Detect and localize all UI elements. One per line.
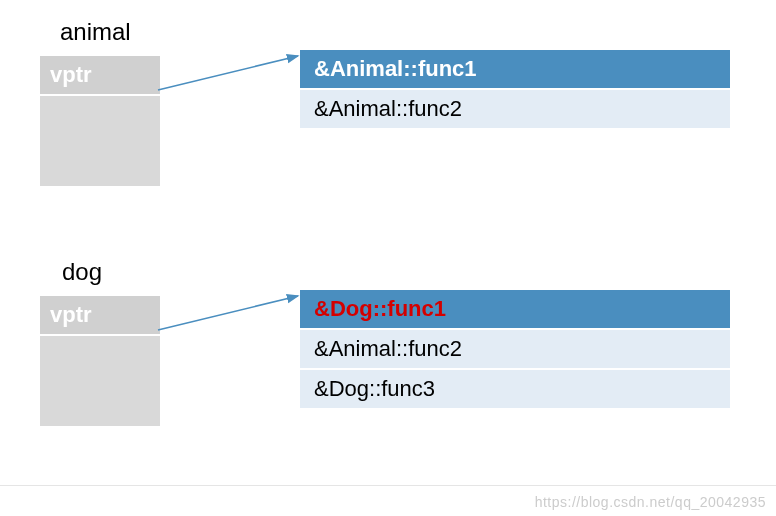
animal-vtable-row-0: &Animal::func1	[300, 50, 730, 90]
animal-label: animal	[60, 18, 131, 46]
animal-object: vptr	[40, 56, 160, 186]
dog-vtable: &Dog::func1 &Animal::func2 &Dog::func3	[300, 290, 730, 410]
animal-vtable: &Animal::func1 &Animal::func2	[300, 50, 730, 130]
dog-vtable-row-1: &Animal::func2	[300, 330, 730, 370]
dog-vptr-cell: vptr	[40, 296, 160, 336]
svg-line-0	[158, 56, 298, 90]
dog-vtable-row-0: &Dog::func1	[300, 290, 730, 330]
dog-vtable-row-2: &Dog::func3	[300, 370, 730, 410]
dog-arrow-icon	[150, 282, 310, 342]
animal-vptr-cell: vptr	[40, 56, 160, 96]
animal-vtable-row-1: &Animal::func2	[300, 90, 730, 130]
watermark: https://blog.csdn.net/qq_20042935	[535, 494, 766, 510]
dog-data-cell	[40, 336, 160, 426]
dog-label: dog	[62, 258, 102, 286]
svg-line-1	[158, 296, 298, 330]
dog-object: vptr	[40, 296, 160, 426]
divider	[0, 485, 776, 486]
animal-arrow-icon	[150, 42, 310, 102]
animal-data-cell	[40, 96, 160, 186]
